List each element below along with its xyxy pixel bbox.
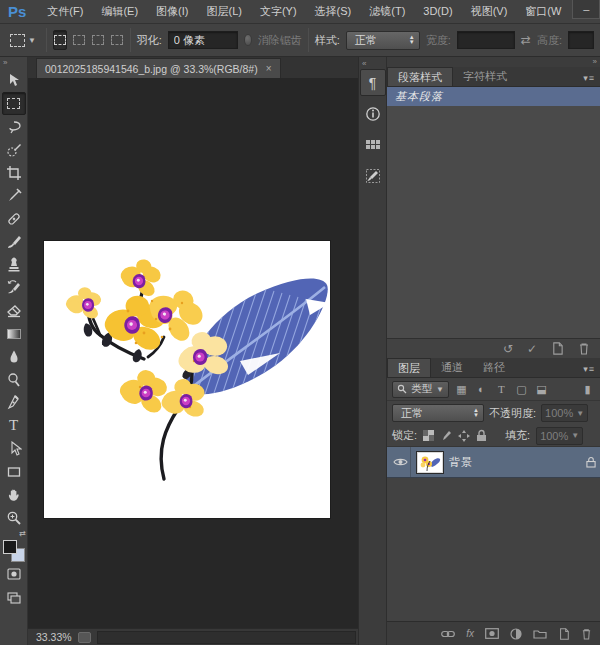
feather-input[interactable] bbox=[168, 31, 238, 49]
document-info-icon[interactable] bbox=[78, 632, 91, 643]
tab-paragraph-styles[interactable]: 段落样式 bbox=[387, 67, 453, 86]
visibility-toggle[interactable] bbox=[391, 447, 411, 477]
clone-stamp-tool[interactable] bbox=[2, 253, 26, 276]
lasso-tool[interactable] bbox=[2, 115, 26, 138]
antialias-checkbox[interactable] bbox=[244, 34, 252, 46]
path-selection-tool[interactable] bbox=[2, 437, 26, 460]
spot-healing-brush-tool[interactable] bbox=[2, 207, 26, 230]
marquee-preset-icon bbox=[10, 34, 25, 47]
hand-tool[interactable] bbox=[2, 483, 26, 506]
lock-position-icon[interactable] bbox=[458, 430, 470, 442]
eraser-tool[interactable] bbox=[2, 299, 26, 322]
shape-tool[interactable] bbox=[2, 460, 26, 483]
filter-adjustment-icon[interactable]: ◐ bbox=[474, 383, 489, 395]
menu-layer[interactable]: 图层(L) bbox=[197, 0, 250, 23]
filter-type-layers-icon[interactable]: T bbox=[494, 383, 509, 395]
layer-style-icon[interactable]: fx bbox=[466, 628, 474, 639]
new-group-icon[interactable] bbox=[533, 628, 547, 639]
artwork-orchid-feather bbox=[44, 241, 330, 518]
filter-type-dropdown[interactable]: 类型 ▼ bbox=[392, 381, 449, 398]
delete-layer-icon[interactable] bbox=[581, 628, 592, 640]
filter-toggle-icon[interactable]: ▮ bbox=[580, 383, 595, 396]
fill-dropdown[interactable]: 100% ▼ bbox=[536, 427, 583, 445]
opacity-dropdown[interactable]: 100% ▼ bbox=[541, 404, 588, 422]
layer-row-background[interactable]: 背景 bbox=[387, 447, 600, 478]
menu-filter[interactable]: 滤镜(T) bbox=[360, 0, 414, 23]
move-tool[interactable] bbox=[2, 69, 26, 92]
minimize-button[interactable]: – bbox=[572, 0, 600, 19]
tab-close-icon[interactable]: × bbox=[266, 63, 272, 74]
lock-transparency-icon[interactable] bbox=[423, 430, 434, 441]
panel-menu-icon[interactable]: ▾≡ bbox=[583, 73, 600, 86]
menu-image[interactable]: 图像(I) bbox=[147, 0, 197, 23]
new-layer-icon[interactable] bbox=[558, 628, 570, 640]
color-swatches[interactable] bbox=[3, 540, 25, 562]
zoom-tool[interactable] bbox=[2, 506, 26, 529]
swap-dimensions-icon[interactable]: ⇄ bbox=[521, 33, 531, 47]
redefine-style-icon[interactable]: ✓ bbox=[527, 342, 537, 356]
brush-tool[interactable] bbox=[2, 230, 26, 253]
info-panel-icon[interactable] bbox=[360, 100, 386, 127]
height-input[interactable] bbox=[568, 31, 594, 49]
history-brush-tool[interactable] bbox=[2, 276, 26, 299]
pen-tool[interactable] bbox=[2, 391, 26, 414]
width-input[interactable] bbox=[457, 31, 515, 49]
zoom-level[interactable]: 33.33% bbox=[36, 631, 72, 643]
paragraph-style-item[interactable]: 基本段落 bbox=[387, 87, 600, 106]
filter-shape-icon[interactable]: ▢ bbox=[514, 383, 529, 396]
menu-view[interactable]: 视图(V) bbox=[462, 0, 517, 23]
tab-channels[interactable]: 通道 bbox=[431, 358, 473, 377]
blend-mode-dropdown[interactable]: 正常 ▲▼ bbox=[392, 404, 484, 422]
lock-all-icon[interactable] bbox=[476, 429, 487, 442]
tab-character-styles[interactable]: 字符样式 bbox=[453, 67, 517, 86]
menu-type[interactable]: 文字(Y) bbox=[251, 0, 306, 23]
new-style-icon[interactable] bbox=[551, 342, 564, 355]
foreground-color-swatch[interactable] bbox=[3, 540, 17, 554]
tab-layers[interactable]: 图层 bbox=[387, 358, 431, 377]
subtract-from-selection-button[interactable] bbox=[92, 30, 105, 50]
brush-presets-panel-icon[interactable] bbox=[360, 162, 386, 189]
menu-file[interactable]: 文件(F) bbox=[38, 0, 92, 23]
new-selection-button[interactable] bbox=[53, 30, 67, 50]
menu-edit[interactable]: 编辑(E) bbox=[92, 0, 147, 23]
canvas-image[interactable] bbox=[44, 241, 330, 518]
photoshop-logo: Ps bbox=[0, 3, 38, 20]
type-tool[interactable]: T bbox=[2, 414, 26, 437]
rectangular-marquee-tool[interactable] bbox=[2, 92, 26, 115]
swatches-panel-icon[interactable] bbox=[360, 131, 386, 158]
tool-preset-picker[interactable]: ▼ bbox=[6, 32, 40, 49]
style-dropdown[interactable]: 正常 ▲▼ bbox=[346, 31, 420, 50]
dock-collapse-icon[interactable]: » bbox=[387, 57, 600, 67]
blur-tool[interactable] bbox=[2, 345, 26, 368]
dodge-tool[interactable] bbox=[2, 368, 26, 391]
link-layers-icon[interactable] bbox=[441, 629, 455, 639]
clear-override-icon[interactable]: ↺ bbox=[503, 342, 513, 356]
document-tab[interactable]: 0012025185941546_b.jpg @ 33.3%(RGB/8#) × bbox=[36, 58, 281, 78]
lock-row: 锁定: 填充: 100% ▼ bbox=[387, 425, 600, 447]
paragraph-styles-panel-icon[interactable]: ¶ bbox=[360, 69, 386, 96]
panel-menu-icon[interactable]: ▾≡ bbox=[583, 364, 600, 377]
intersect-selection-button[interactable] bbox=[111, 30, 124, 50]
filter-pixel-icon[interactable]: ▦ bbox=[454, 383, 469, 396]
toolbar-collapse-icon[interactable]: » bbox=[0, 57, 27, 69]
screen-mode-button[interactable] bbox=[2, 585, 26, 608]
lock-paint-icon[interactable] bbox=[440, 430, 452, 442]
crop-tool[interactable] bbox=[2, 161, 26, 184]
menu-select[interactable]: 选择(S) bbox=[306, 0, 361, 23]
canvas-pasteboard[interactable] bbox=[28, 78, 358, 628]
adjustment-layer-icon[interactable] bbox=[510, 628, 522, 640]
quick-selection-tool[interactable] bbox=[2, 138, 26, 161]
add-to-selection-button[interactable] bbox=[73, 30, 86, 50]
eyedropper-tool[interactable] bbox=[2, 184, 26, 207]
menu-window[interactable]: 窗口(W bbox=[516, 0, 570, 23]
add-mask-icon[interactable] bbox=[485, 628, 499, 639]
gradient-tool[interactable] bbox=[2, 322, 26, 345]
quick-mask-button[interactable] bbox=[2, 562, 26, 585]
layer-thumbnail[interactable] bbox=[417, 452, 443, 473]
tab-paths[interactable]: 路径 bbox=[473, 358, 515, 377]
menu-3d[interactable]: 3D(D) bbox=[414, 0, 461, 23]
swap-colors-icon[interactable]: ⇄ bbox=[19, 529, 26, 538]
dock-expand-icon[interactable]: « bbox=[359, 59, 365, 69]
delete-style-icon[interactable] bbox=[578, 342, 590, 355]
filter-smart-object-icon[interactable]: ⬓ bbox=[534, 383, 549, 396]
